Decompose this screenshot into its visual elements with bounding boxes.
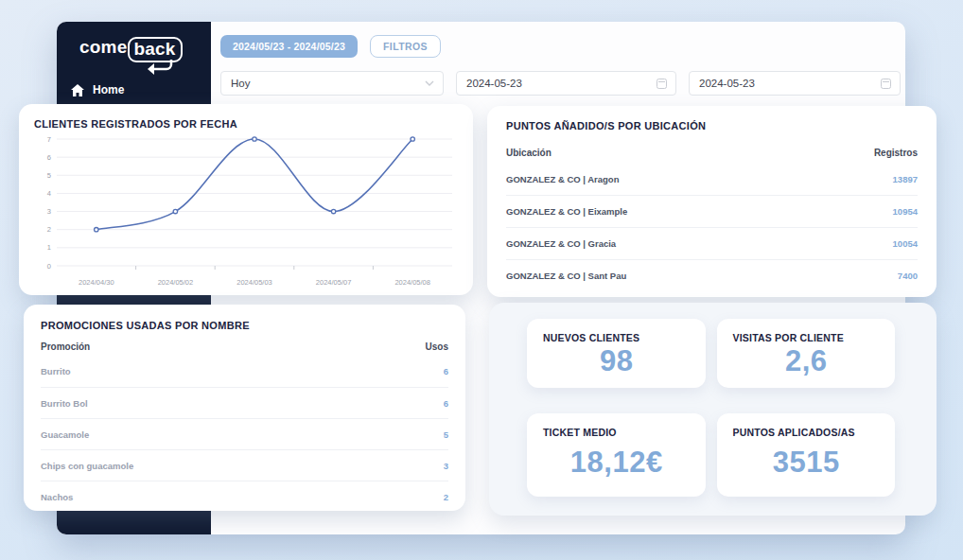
date-from-value: 2024-05-23 <box>466 78 522 89</box>
row-label: Guacamole <box>41 429 89 440</box>
svg-text:2: 2 <box>47 225 51 234</box>
kpi-value: 3515 <box>733 438 881 487</box>
kpi-panel: NUEVOS CLIENTES98VISITAS POR CLIENTE2,6T… <box>489 303 937 516</box>
column-header-registros: Registros <box>874 148 918 158</box>
kpi-value: 18,12€ <box>543 438 691 487</box>
logo-text-come: come <box>79 37 127 58</box>
row-value: 7400 <box>898 271 918 281</box>
kpi-card: TICKET MEDIO18,12€ <box>527 413 706 497</box>
svg-text:3: 3 <box>47 207 51 216</box>
date-from-input[interactable]: 2024-05-23 <box>456 71 676 96</box>
svg-text:6: 6 <box>47 153 51 162</box>
table-row: GONZALEZ & CO | Aragon13897 <box>506 163 918 195</box>
kpi-title: NUEVOS CLIENTES <box>543 332 691 343</box>
row-value: 10054 <box>893 238 918 249</box>
date-range-badge[interactable]: 2024/05/23 - 2024/05/23 <box>220 35 358 58</box>
kpi-card: VISITAS POR CLIENTE2,6 <box>717 319 896 388</box>
svg-text:2024/05/03: 2024/05/03 <box>236 278 272 287</box>
comeback-logo: comeback <box>79 37 211 62</box>
row-value: 6 <box>444 398 448 409</box>
row-label: Burrito <box>41 366 71 376</box>
svg-text:1: 1 <box>47 243 51 252</box>
row-label: GONZALEZ & CO | Sant Pau <box>506 271 626 281</box>
table-row: Nachos2 <box>41 481 448 512</box>
calendar-icon <box>881 79 891 89</box>
svg-text:0: 0 <box>47 262 51 271</box>
card-clientes-registrados: CLIENTES REGISTRADOS POR FECHA 012345672… <box>19 104 473 295</box>
column-header-promocion: Promoción <box>41 341 90 352</box>
table-row: GONZALEZ & CO | Sant Pau7400 <box>506 259 918 291</box>
svg-text:2024/04/30: 2024/04/30 <box>79 278 114 287</box>
card-title: PUNTOS AÑADIDO/S POR UBICACIÓN <box>506 120 918 131</box>
row-value: 5 <box>444 429 448 440</box>
table-row: GONZALEZ & CO | Eixample10954 <box>506 195 918 227</box>
row-value: 3 <box>444 461 448 471</box>
table-row: Burrito6 <box>41 356 448 387</box>
row-label: GONZALEZ & CO | Eixample <box>506 206 627 217</box>
row-label: Nachos <box>41 492 73 502</box>
row-label: Chips con guacamole <box>41 461 133 471</box>
period-select[interactable]: Hoy <box>220 71 444 96</box>
return-arrow-icon <box>142 60 174 75</box>
svg-text:5: 5 <box>47 171 51 180</box>
row-value: 6 <box>444 366 448 376</box>
svg-text:4: 4 <box>47 189 51 198</box>
table-header: Ubicación Registros <box>506 148 918 158</box>
calendar-icon <box>657 79 667 89</box>
card-puntos-por-ubicacion: PUNTOS AÑADIDO/S POR UBICACIÓN Ubicación… <box>487 106 937 297</box>
column-header-usos: Usos <box>426 341 448 352</box>
kpi-value: 98 <box>543 343 691 378</box>
period-select-value: Hoy <box>231 78 250 89</box>
card-promociones-usadas: PROMOCIONES USADAS POR NOMBRE Promoción … <box>24 305 465 511</box>
kpi-value: 2,6 <box>733 343 881 378</box>
date-to-value: 2024-05-23 <box>699 78 755 89</box>
table-row: Chips con guacamole3 <box>41 449 448 481</box>
kpi-title: VISITAS POR CLIENTE <box>733 332 881 343</box>
kpi-title: PUNTOS APLICADOS/AS <box>733 427 881 438</box>
row-value: 10954 <box>893 206 918 217</box>
table-header: Promoción Usos <box>41 341 448 352</box>
sidebar-item-label: Home <box>93 83 124 96</box>
card-title: CLIENTES REGISTRADOS POR FECHA <box>34 118 460 130</box>
table-row: GONZALEZ & CO | Gracia10054 <box>506 227 918 259</box>
table-body: GONZALEZ & CO | Aragon13897GONZALEZ & CO… <box>506 163 918 291</box>
row-label: GONZALEZ & CO | Aragon <box>506 174 619 184</box>
date-to-input[interactable]: 2024-05-23 <box>689 71 901 96</box>
sidebar-item-home[interactable]: Home <box>57 83 211 96</box>
table-row: Guacamole5 <box>41 418 448 449</box>
card-title: PROMOCIONES USADAS POR NOMBRE <box>41 320 448 331</box>
column-header-ubicacion: Ubicación <box>506 148 552 158</box>
svg-text:7: 7 <box>47 135 51 144</box>
filters-button[interactable]: FILTROS <box>370 35 441 58</box>
table-body: Burrito6Burrito Bol6Guacamole5Chips con … <box>41 356 448 512</box>
row-value: 13897 <box>893 174 918 184</box>
kpi-card: PUNTOS APLICADOS/AS3515 <box>717 413 896 497</box>
row-label: GONZALEZ & CO | Gracia <box>506 238 616 249</box>
chevron-down-icon <box>425 80 434 86</box>
clientes-line-chart: 012345672024/04/302024/05/022024/05/0320… <box>34 130 458 292</box>
svg-text:2024/05/07: 2024/05/07 <box>316 278 352 287</box>
svg-text:2024/05/02: 2024/05/02 <box>158 278 194 287</box>
home-icon <box>71 84 84 96</box>
row-label: Burrito Bol <box>41 398 88 409</box>
logo-text-back: back <box>128 37 182 62</box>
row-value: 2 <box>444 492 448 502</box>
table-row: Burrito Bol6 <box>41 387 448 418</box>
kpi-title: TICKET MEDIO <box>543 427 691 438</box>
kpi-card: NUEVOS CLIENTES98 <box>527 319 706 388</box>
svg-text:2024/05/08: 2024/05/08 <box>394 278 430 287</box>
